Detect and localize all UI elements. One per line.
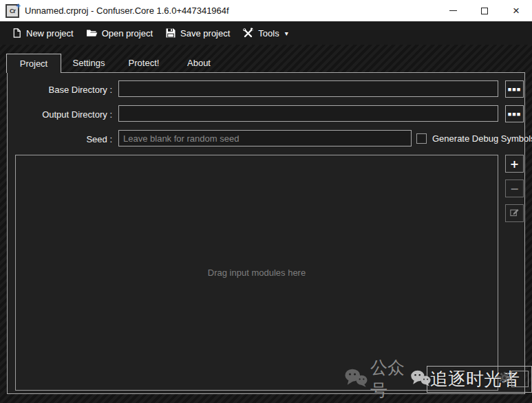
- plus-icon: +: [510, 157, 519, 171]
- ellipsis-icon: ■■■: [508, 86, 521, 93]
- minimize-icon: [449, 10, 457, 11]
- generate-debug-symbols-label: Generate Debug Symbols: [432, 130, 532, 146]
- seed-label: Seed :: [8, 131, 112, 147]
- close-button[interactable]: ×: [500, 0, 532, 21]
- window-title: Unnamed.crproj - Confuser.Core 1.6.0+447…: [25, 6, 229, 16]
- app-icon: Cr +: [6, 4, 19, 18]
- project-tab-panel: Base Directory : ■■■ Output Directory : …: [7, 72, 525, 394]
- base-directory-label: Base Directory :: [8, 81, 112, 98]
- module-drop-area[interactable]: Drag input modules here: [15, 155, 498, 391]
- window-controls: ×: [437, 0, 532, 21]
- output-directory-browse-button[interactable]: ■■■: [505, 105, 524, 122]
- open-folder-icon: [86, 28, 98, 39]
- base-directory-browse-button[interactable]: ■■■: [505, 80, 524, 98]
- new-project-button[interactable]: New project: [6, 24, 80, 42]
- new-document-icon: [12, 28, 22, 39]
- tools-label: Tools: [258, 28, 279, 39]
- edit-module-button[interactable]: [505, 204, 524, 222]
- save-floppy-icon: [165, 28, 176, 39]
- close-icon: ×: [513, 5, 520, 17]
- minus-icon: −: [510, 182, 519, 195]
- main-area: Project Settings Protect! About Base Dir…: [0, 45, 532, 403]
- tab-protect[interactable]: Protect!: [116, 54, 171, 72]
- remove-module-button[interactable]: −: [505, 179, 524, 197]
- output-directory-label: Output Directory :: [8, 106, 112, 122]
- generate-debug-symbols-checkbox[interactable]: [416, 133, 427, 144]
- tab-about[interactable]: About: [171, 54, 226, 72]
- ellipsis-icon: ■■■: [508, 111, 521, 118]
- open-project-button[interactable]: Open project: [80, 24, 159, 42]
- tab-project[interactable]: Project: [6, 54, 61, 73]
- toolbar: New project Open project Save project To…: [0, 21, 532, 45]
- chevron-down-icon: ▾: [285, 30, 288, 37]
- tab-settings[interactable]: Settings: [61, 54, 116, 72]
- maximize-icon: [481, 8, 488, 14]
- tools-button[interactable]: Tools ▾: [236, 24, 294, 42]
- maximize-button[interactable]: [469, 0, 500, 21]
- tools-icon: [242, 28, 254, 39]
- minimize-button[interactable]: [437, 0, 469, 21]
- open-project-label: Open project: [102, 28, 153, 39]
- app-icon-text: Cr: [10, 8, 15, 14]
- output-directory-input[interactable]: [118, 105, 498, 122]
- drop-hint-text: Drag input modules here: [208, 268, 306, 278]
- save-project-label: Save project: [180, 28, 230, 39]
- app-icon-plus: +: [16, 1, 21, 11]
- save-project-button[interactable]: Save project: [159, 24, 236, 42]
- new-project-label: New project: [26, 28, 74, 39]
- add-module-button[interactable]: +: [505, 155, 524, 173]
- base-directory-input[interactable]: [118, 80, 498, 97]
- titlebar: Cr + Unnamed.crproj - Confuser.Core 1.6.…: [0, 0, 532, 21]
- pencil-icon: [509, 207, 520, 220]
- seed-input[interactable]: [118, 130, 412, 146]
